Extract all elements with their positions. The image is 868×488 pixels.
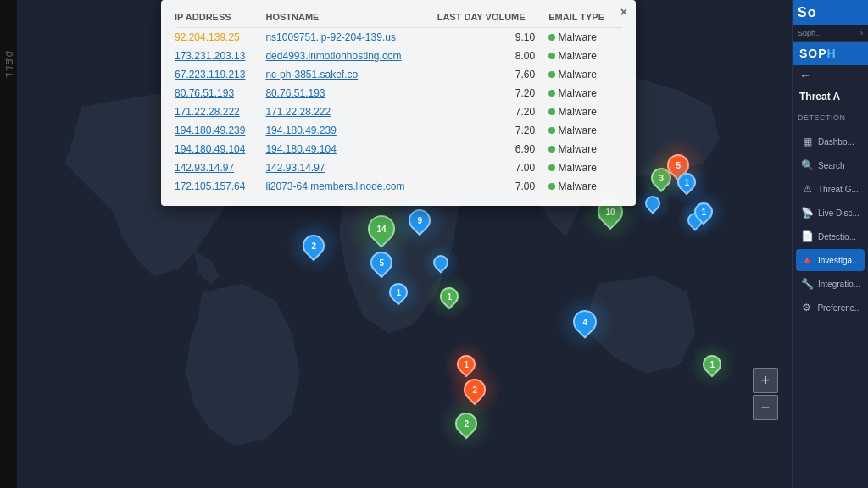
cluster-count-label: 3	[659, 174, 664, 183]
cluster-count-label: 1	[684, 178, 689, 187]
sidebar-item-investiga[interactable]: 🔺Investiga...	[796, 249, 865, 271]
email-type-cell: Malware	[548, 28, 622, 47]
ip-address-cell[interactable]: 171.22.28.222	[175, 103, 265, 121]
right-sidebar: So Soph... › SOPH ← Threat A DETECTION ▦…	[792, 0, 868, 488]
ip-address-cell[interactable]: 80.76.51.193	[175, 84, 265, 103]
sidebar-item-label: Search	[818, 161, 845, 170]
cluster-count-label: 1	[709, 360, 715, 369]
malware-indicator-icon	[548, 34, 555, 41]
cluster-pin-icon: 1	[698, 351, 725, 377]
map-cluster-marker[interactable]: 1	[440, 287, 459, 306]
sidebar-header: So	[793, 0, 868, 25]
table-row: 172.105.157.64li2073-64.members.linode.c…	[175, 177, 622, 196]
map-cluster-marker[interactable]: 1	[457, 355, 476, 374]
malware-indicator-icon	[548, 53, 555, 59]
map-cluster-marker[interactable]: 1	[703, 355, 721, 374]
cluster-count-label: 1	[396, 288, 401, 297]
table-row: 80.76.51.19380.76.51.1937.20 Malware	[175, 84, 622, 103]
hostname-cell[interactable]: ded4993.inmotionhosting.com	[265, 47, 437, 65]
ip-address-cell[interactable]: 173.231.203.13	[175, 47, 265, 65]
sidebar-navigation: ▦Dashbo...🔍Search⚠Threat G...📡Live Disc.…	[793, 124, 868, 325]
ip-address-cell[interactable]: 194.180.49.239	[175, 121, 265, 140]
forward-icon[interactable]: ›	[860, 29, 863, 37]
hostname-cell[interactable]: nc-ph-3851.sakef.co	[265, 65, 437, 84]
table-row: 173.231.203.13ded4993.inmotionhosting.co…	[175, 47, 622, 65]
sidebar-item-dashboard[interactable]: ▦Dashbo...	[796, 130, 865, 152]
zoom-out-button[interactable]: −	[753, 395, 778, 420]
email-type-cell: Malware	[548, 84, 622, 103]
dashboard-icon: ▦	[801, 136, 813, 147]
volume-cell: 7.20	[437, 103, 549, 121]
ip-address-cell[interactable]: 92.204.139.25	[175, 28, 265, 47]
email-type-cell: Malware	[548, 65, 622, 84]
malware-indicator-icon	[548, 127, 555, 134]
cluster-count-label: 2	[472, 385, 477, 395]
volume-cell: 7.00	[437, 177, 549, 196]
brand-logo: So	[798, 5, 816, 20]
cluster-count-label: 2	[464, 419, 469, 429]
email-type-cell: Malware	[548, 121, 622, 140]
hostname-cell[interactable]: li2073-64.members.linode.com	[265, 177, 437, 196]
close-button[interactable]: ×	[620, 5, 627, 19]
hostname-cell[interactable]: 142.93.14.97	[265, 158, 437, 177]
sidebar-item-prefs[interactable]: ⚙Preferenc...	[796, 297, 865, 319]
map-cluster-marker[interactable]: 2	[303, 235, 325, 257]
map-cluster-marker[interactable]	[645, 196, 660, 211]
map-cluster-marker[interactable]: 1	[694, 202, 713, 221]
hostname-cell[interactable]: 80.76.51.193	[265, 84, 437, 103]
map-cluster-marker[interactable]: 2	[464, 379, 486, 401]
ip-address-cell[interactable]: 194.180.49.104	[175, 140, 265, 158]
detection-icon: 📄	[801, 230, 813, 242]
malware-indicator-icon	[548, 71, 555, 78]
cluster-count-label: 10	[605, 208, 615, 217]
investiga-icon: 🔺	[801, 254, 813, 266]
cluster-pin-icon: 1	[385, 279, 411, 305]
map-cluster-marker[interactable]: 4	[573, 310, 597, 334]
malware-indicator-icon	[548, 183, 555, 190]
malware-indicator-icon	[548, 90, 555, 97]
ip-address-cell[interactable]: 142.93.14.97	[175, 158, 265, 177]
sidebar-item-integra[interactable]: 🔧Integratio...	[796, 273, 865, 295]
ip-address-cell[interactable]: 172.105.157.64	[175, 177, 265, 196]
cluster-pin-icon: 2	[298, 230, 330, 262]
cluster-count-label: 2	[311, 241, 316, 251]
ip-address-cell[interactable]: 67.223.119.213	[175, 65, 265, 84]
map-cluster-marker[interactable]: 5	[370, 252, 392, 274]
cluster-count-label: 1	[464, 360, 469, 369]
map-cluster-marker[interactable]: 14	[368, 215, 395, 242]
integra-icon: 🔧	[801, 278, 813, 290]
sidebar-item-label: Investiga...	[818, 256, 859, 265]
sidebar-item-label: Live Disc...	[818, 208, 860, 218]
cluster-pin-icon: 4	[568, 305, 602, 339]
hostname-cell[interactable]: 194.180.49.104	[265, 140, 437, 158]
map-cluster-marker[interactable]	[433, 255, 448, 270]
sidebar-item-threat-g[interactable]: ⚠Threat G...	[796, 178, 865, 200]
cluster-count-label: 1	[701, 208, 706, 217]
hostname-cell[interactable]: ns1009751.ip-92-204-139.us	[265, 28, 437, 47]
sidebar-item-live-disc[interactable]: 📡Live Disc...	[796, 202, 865, 224]
table-row: 142.93.14.97142.93.14.977.00 Malware	[175, 158, 622, 177]
back-button[interactable]: ←	[793, 65, 868, 86]
map-cluster-marker[interactable]: 1	[389, 283, 408, 302]
table-row: 194.180.49.104194.180.49.1046.90 Malware	[175, 140, 622, 158]
col-header-ip: IP ADDRESS	[175, 10, 265, 28]
sidebar-item-label: Integratio...	[818, 280, 860, 289]
map-cluster-marker[interactable]: 1	[677, 173, 696, 191]
sophos-brand: SOPH	[799, 47, 861, 60]
cluster-pin-icon: 1	[453, 351, 479, 377]
table-row: 67.223.119.213nc-ph-3851.sakef.co7.60 Ma…	[175, 65, 622, 84]
cluster-pin-icon	[642, 192, 663, 214]
map-cluster-marker[interactable]: 9	[409, 209, 431, 231]
volume-cell: 8.00	[437, 47, 549, 65]
sidebar-item-label: Detectio...	[818, 232, 856, 241]
map-cluster-marker[interactable]: 2	[455, 413, 477, 435]
sidebar-item-search[interactable]: 🔍Search	[796, 154, 865, 176]
sidebar-item-detection[interactable]: 📄Detectio...	[796, 225, 865, 247]
col-header-volume: LAST DAY VOLUME	[437, 10, 549, 28]
zoom-in-button[interactable]: +	[753, 368, 778, 393]
hostname-cell[interactable]: 171.22.28.222	[265, 103, 437, 121]
hostname-cell[interactable]: 194.180.49.239	[265, 121, 437, 140]
cluster-pin-icon: 2	[451, 408, 482, 440]
col-header-hostname: HOSTNAME	[265, 10, 437, 28]
cluster-pin-icon: 1	[673, 169, 699, 195]
